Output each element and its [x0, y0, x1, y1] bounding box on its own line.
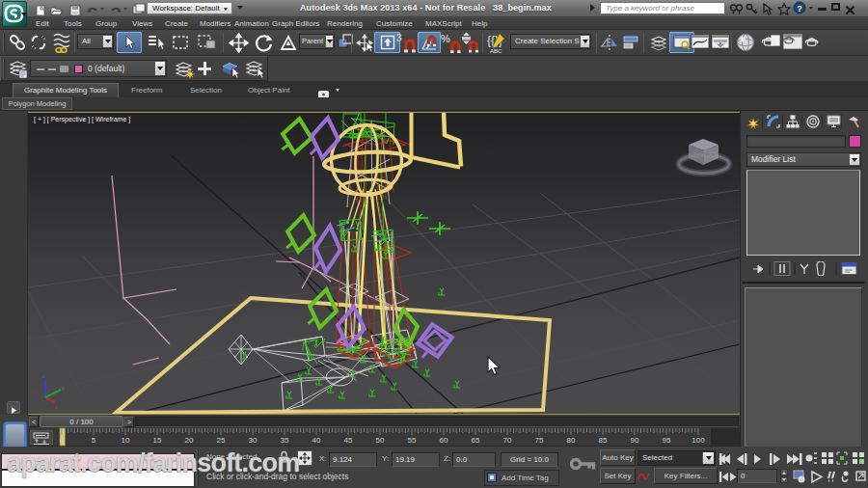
svg-text:x: x [54, 404, 57, 410]
svg-text:3: 3 [396, 33, 402, 43]
svg-text:?: ? [797, 4, 802, 14]
svg-text:FRONT: FRONT [704, 152, 719, 158]
svg-text:%: % [441, 33, 450, 44]
svg-text:y: y [62, 385, 65, 391]
svg-text:z: z [42, 373, 45, 379]
svg-text:ABC: ABC [490, 48, 502, 54]
